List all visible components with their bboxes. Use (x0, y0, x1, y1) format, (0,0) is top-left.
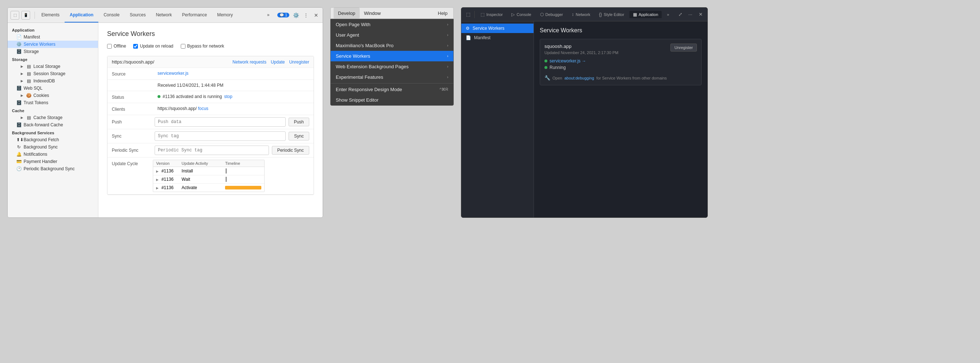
status-row: Status #1136 activated and is running st… (107, 91, 313, 103)
arrow-cache-storage: ▶ (21, 116, 23, 119)
ff-tab-inspector[interactable]: ⬚ Inspector (477, 11, 506, 18)
table-row: ▶ #1136 Activate (153, 184, 264, 192)
status-value: #1136 activated and is running stop (158, 94, 309, 99)
tab-bar: Elements Application Console Sources Net… (36, 8, 238, 22)
sidebar-item-manifest[interactable]: 📄 Manifest (8, 33, 98, 41)
sidebar-item-web-sql[interactable]: 🗄️ Web SQL (8, 84, 98, 92)
dropdown-item-web-extension-bg[interactable]: Web Extension Background Pages › (331, 61, 453, 72)
left-sidebar: Application 📄 Manifest ⚙️ Service Worker… (8, 23, 99, 217)
update-on-reload-option[interactable]: Update on reload (133, 43, 173, 49)
tab-memory[interactable]: Memory (212, 8, 238, 22)
clients-value: https://squoosh.app/ focus (158, 106, 309, 111)
inspector-icon: ⬚ (480, 12, 485, 17)
offline-checkbox[interactable] (107, 44, 112, 49)
ff-unregister-button[interactable]: Unregister (670, 43, 697, 51)
menu-item-develop[interactable]: Develop (334, 8, 360, 19)
network-icon: ↕ (572, 12, 574, 17)
sidebar-item-trust-tokens[interactable]: 🗄️ Trust Tokens (8, 99, 98, 107)
tab-sources[interactable]: Sources (124, 8, 151, 22)
uc-table: Version Update Activity Timeline ▶ #1136… (153, 160, 265, 192)
close-icon[interactable]: ✕ (312, 12, 320, 19)
push-button[interactable]: Push (288, 118, 309, 126)
update-cycle-row: Update Cycle Version Update Activity Tim… (107, 158, 313, 194)
timeline-tick-2 (226, 177, 226, 182)
dropdown-item-open-page-with[interactable]: Open Page With › (331, 19, 453, 30)
dropdown-item-responsive-design-mode[interactable]: Enter Responsive Design Mode ^⌘R (331, 84, 453, 95)
select-element-icon[interactable]: ⬚ (11, 11, 19, 20)
notifications-icon: 🔔 (16, 152, 21, 157)
ff-tab-network[interactable]: ↕ Network (568, 11, 594, 18)
dropdown-item-macbook-pro[interactable]: Maximiliano's MacBook Pro › (331, 40, 453, 51)
periodic-sync-button[interactable]: Periodic Sync (272, 146, 309, 154)
sidebar-item-service-workers[interactable]: ⚙️ Service Workers (8, 41, 98, 48)
dropdown-menu: Open Page With › User Agent › Maximilian… (330, 19, 454, 106)
source-file-link[interactable]: serviceworker.js (158, 71, 188, 76)
bypass-for-network-checkbox[interactable] (181, 44, 186, 49)
tab-network[interactable]: Network (151, 8, 177, 22)
sync-input[interactable] (154, 131, 286, 141)
ff-expand-icon[interactable]: ⤢ (676, 11, 684, 19)
offline-option[interactable]: Offline (107, 43, 126, 49)
ff-source-link[interactable]: serviceworker.js → (549, 59, 586, 64)
ff-close-icon[interactable]: ✕ (697, 11, 705, 19)
sidebar-item-cache-storage[interactable]: ▶ ▤ Cache Storage (8, 114, 98, 121)
dropdown-item-service-workers[interactable]: Service Workers › squoosh.app (331, 51, 453, 61)
sidebar-item-local-storage[interactable]: ▶ ▤ Local Storage (8, 63, 98, 70)
tab-application[interactable]: Application (65, 8, 99, 22)
ff-tab-style-editor[interactable]: {} Style Editor (595, 11, 628, 18)
sidebar-item-background-sync[interactable]: ↻ Background Sync (8, 143, 98, 151)
sidebar-item-payment-handler[interactable]: 💳 Payment Handler (8, 158, 98, 165)
stop-link[interactable]: stop (224, 94, 232, 99)
cache-storage-icon: ▤ (26, 115, 31, 120)
shortcut-text: ^⌘R (439, 87, 448, 92)
menu-item-window[interactable]: Window (360, 8, 385, 19)
ff-tab-more[interactable]: » (663, 11, 673, 18)
chevron-icon: › (447, 54, 448, 58)
settings-icon[interactable]: ⚙️ (292, 12, 299, 19)
sidebar-item-periodic-background-sync[interactable]: 🕐 Periodic Background Sync (8, 165, 98, 172)
sidebar-item-indexed-db[interactable]: ▶ ▤ IndexedDB (8, 77, 98, 84)
tab-more[interactable]: » (262, 12, 275, 18)
ff-about-debugging-link[interactable]: about:debugging (565, 76, 594, 80)
update-on-reload-checkbox[interactable] (133, 44, 138, 49)
more-options-icon[interactable]: ⋮ (302, 12, 310, 19)
ff-tab-console[interactable]: ▷ Console (508, 11, 535, 18)
unregister-link[interactable]: Unregister (289, 59, 309, 65)
menu-item-help[interactable]: Help (435, 11, 450, 16)
periodic-sync-input[interactable] (154, 146, 269, 155)
activity-2: Wait (181, 177, 225, 182)
timeline-1 (225, 169, 261, 174)
sidebar-item-cookies[interactable]: ▶ 🍪 Cookies (8, 92, 98, 99)
right-devtools-panel: ⬚ ⬚ Inspector ▷ Console ⬡ Debugger ↕ Net… (461, 7, 708, 218)
push-input[interactable] (154, 117, 286, 127)
sidebar-item-notifications[interactable]: 🔔 Notifications (8, 151, 98, 158)
dropdown-item-show-snippet-editor[interactable]: Show Snippet Editor (331, 95, 453, 105)
sync-input-row: Sync Sync (107, 129, 313, 143)
tab-console[interactable]: Console (99, 8, 124, 22)
ff-tab-application[interactable]: ▦ Application (629, 11, 662, 18)
network-requests-link[interactable]: Network requests (233, 59, 266, 65)
tab-elements[interactable]: Elements (36, 8, 65, 22)
dropdown-item-user-agent[interactable]: User Agent › (331, 30, 453, 40)
ff-more-icon[interactable]: ··· (686, 11, 694, 19)
sidebar-item-back-forward-cache[interactable]: 🗄️ Back-forward Cache (8, 121, 98, 129)
dropdown-item-experimental-features[interactable]: Experimental Features › (331, 72, 453, 83)
tab-performance[interactable]: Performance (177, 8, 212, 22)
version-2: ▶ #1136 (156, 177, 181, 182)
ff-sidebar-manifest[interactable]: 📄 Manifest (461, 33, 533, 43)
device-toolbar-icon[interactable]: 📱 (21, 11, 30, 20)
ff-sidebar-service-workers[interactable]: ⚙ Service Workers (461, 24, 533, 33)
bypass-for-network-option[interactable]: Bypass for network (181, 43, 224, 49)
toolbar-separator (35, 12, 35, 19)
sidebar-item-background-fetch[interactable]: ⬆⬇ Background Fetch (8, 136, 98, 143)
sw-url-text: https://squoosh.app/ (112, 59, 154, 65)
uc-col-timeline-header: Timeline (225, 161, 261, 166)
sidebar-item-session-storage[interactable]: ▶ ▤ Session Storage (8, 70, 98, 77)
ff-sw-card: Unregister squoosh.app Updated November … (540, 39, 702, 85)
sync-button[interactable]: Sync (288, 132, 309, 140)
focus-link[interactable]: focus (198, 106, 208, 111)
update-link[interactable]: Update (271, 59, 285, 65)
sidebar-item-storage-main[interactable]: 🗄️ Storage (8, 48, 98, 55)
ff-tab-debugger[interactable]: ⬡ Debugger (536, 11, 566, 18)
ff-screen-icon[interactable]: ⬚ (464, 11, 472, 19)
